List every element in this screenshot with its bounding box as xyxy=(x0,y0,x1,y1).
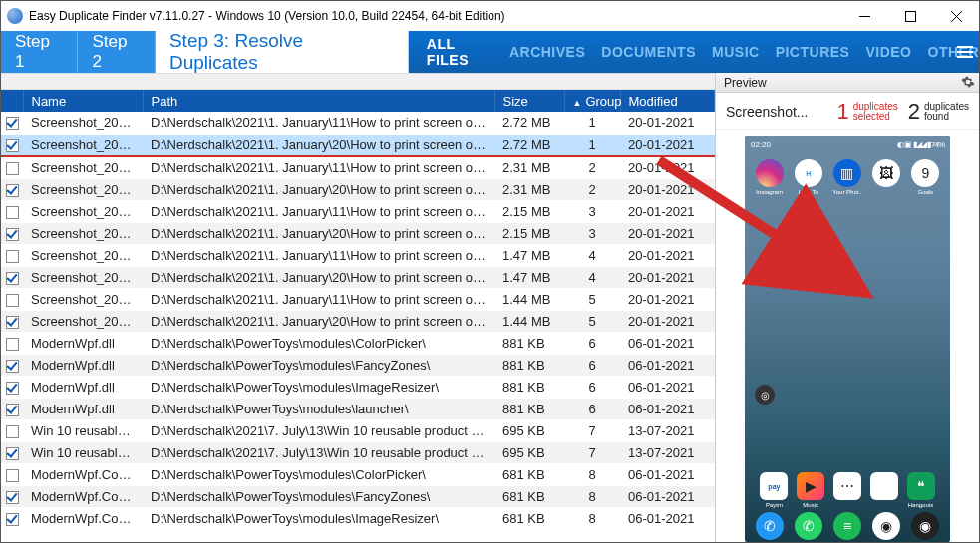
row-checkbox[interactable] xyxy=(1,332,23,354)
filter-archives[interactable]: Archives xyxy=(509,44,585,60)
phone-app-icon: ⋯ xyxy=(830,472,865,508)
cell-group: 5 xyxy=(564,288,620,310)
cell-group: 6 xyxy=(564,354,620,376)
stat-found: 2 duplicatesfound xyxy=(908,99,969,125)
cell-path: D:\Nerdschalk\2021\1. January\11\How to … xyxy=(143,288,494,310)
menu-icon[interactable] xyxy=(955,31,975,73)
cell-name: Screenshot_202101... xyxy=(23,156,143,179)
col-name[interactable]: Name xyxy=(23,90,143,112)
phone-app-icon: ✆ xyxy=(751,512,788,540)
cell-name: Win 10 reusable pro... xyxy=(23,419,143,441)
cell-path: D:\Nerdschalk\PowerToys\modules\ColorPic… xyxy=(143,332,494,354)
row-checkbox[interactable] xyxy=(1,200,23,222)
table-row[interactable]: ModernWpf.dllD:\Nerdschalk\PowerToys\mod… xyxy=(1,354,715,376)
table-row[interactable]: ModernWpf.Controls...D:\Nerdschalk\Power… xyxy=(1,485,715,507)
cell-modified: 20-01-2021 xyxy=(620,222,715,244)
table-row[interactable]: Screenshot_202101...D:\Nerdschalk\2021\1… xyxy=(1,244,715,266)
table-row[interactable]: Win 10 reusable pro...D:\Nerdschalk\2021… xyxy=(1,419,715,441)
cell-size: 1.47 MB xyxy=(494,244,564,266)
table-row[interactable]: ModernWpf.Controls...D:\Nerdschalk\Power… xyxy=(1,463,715,485)
step-2-tab[interactable]: Step 2 xyxy=(78,31,155,73)
row-checkbox[interactable] xyxy=(1,310,23,332)
table-row[interactable]: Screenshot_202101...D:\Nerdschalk\2021\1… xyxy=(1,200,715,222)
cell-name: ModernWpf.dll xyxy=(23,376,143,398)
row-checkbox[interactable] xyxy=(1,288,23,310)
titlebar: Easy Duplicate Finder v7.11.0.27 - Windo… xyxy=(1,1,979,31)
phone-app-icon: Instagram xyxy=(751,159,788,195)
row-checkbox[interactable] xyxy=(1,244,23,266)
cell-modified: 13-07-2021 xyxy=(620,419,715,441)
step-1-tab[interactable]: Step 1 xyxy=(1,31,78,73)
row-checkbox[interactable] xyxy=(1,441,23,463)
cell-modified: 06-01-2021 xyxy=(620,507,715,529)
row-checkbox[interactable] xyxy=(1,419,23,441)
cell-path: D:\Nerdschalk\2021\1. January\11\How to … xyxy=(143,200,494,222)
filter-all[interactable]: All Files xyxy=(427,36,493,68)
cell-path: D:\Nerdschalk\PowerToys\modules\ImageRes… xyxy=(143,507,494,529)
table-row[interactable]: Screenshot_202101...D:\Nerdschalk\2021\1… xyxy=(1,310,715,332)
table-row[interactable]: Screenshot_202101...D:\Nerdschalk\2021\1… xyxy=(1,134,715,156)
cell-size: 681 KB xyxy=(494,463,564,485)
cell-group: 2 xyxy=(564,178,620,200)
filter-documents[interactable]: Documents xyxy=(601,44,696,60)
table-row[interactable]: ModernWpf.dllD:\Nerdschalk\PowerToys\mod… xyxy=(1,332,715,354)
cell-path: D:\Nerdschalk\2021\1. January\20\How to … xyxy=(143,266,494,288)
cell-size: 681 KB xyxy=(494,507,564,529)
table-row[interactable]: ModernWpf.dllD:\Nerdschalk\PowerToys\mod… xyxy=(1,398,715,419)
cell-size: 1.44 MB xyxy=(494,288,564,310)
cell-size: 2.15 MB xyxy=(494,222,564,244)
table-row[interactable]: Screenshot_202101...D:\Nerdschalk\2021\1… xyxy=(1,156,715,179)
cell-name: Screenshot_202101... xyxy=(23,134,143,156)
table-row[interactable]: Screenshot_202101...D:\Nerdschalk\2021\1… xyxy=(1,266,715,288)
maximize-button[interactable] xyxy=(887,1,933,31)
table-row[interactable]: ModernWpf.dllD:\Nerdschalk\PowerToys\mod… xyxy=(1,376,715,398)
filter-music[interactable]: Music xyxy=(712,44,760,60)
row-checkbox[interactable] xyxy=(1,463,23,485)
cell-modified: 06-01-2021 xyxy=(620,398,715,419)
stat-found-num: 2 xyxy=(908,99,920,125)
phone-app-icon: ▶Music xyxy=(794,472,828,508)
preview-filename: Screenshot... xyxy=(726,104,826,120)
phone-status-bar: 02:20 ◐ ▣ ▮◢◢ ▮ 74% xyxy=(745,136,950,153)
cell-name: ModernWpf.Controls... xyxy=(23,507,143,529)
col-modified[interactable]: Modified xyxy=(620,90,715,112)
cell-size: 681 KB xyxy=(494,485,564,507)
row-checkbox[interactable] xyxy=(1,222,23,244)
col-group[interactable]: Group xyxy=(564,90,620,112)
cell-modified: 20-01-2021 xyxy=(620,266,715,288)
gear-icon[interactable] xyxy=(961,75,975,92)
step-3-tab[interactable]: Step 3: Resolve Duplicates xyxy=(156,31,409,73)
cell-path: D:\Nerdschalk\2021\7. July\13\Win 10 reu… xyxy=(143,419,494,441)
row-checkbox[interactable] xyxy=(1,354,23,376)
row-checkbox[interactable] xyxy=(1,156,23,179)
row-checkbox[interactable] xyxy=(1,134,23,156)
col-checkbox[interactable] xyxy=(1,90,23,112)
row-checkbox[interactable] xyxy=(1,266,23,288)
filter-video[interactable]: Video xyxy=(865,44,911,60)
row-checkbox[interactable] xyxy=(1,485,23,507)
row-checkbox[interactable] xyxy=(1,376,23,398)
filter-pictures[interactable]: Pictures xyxy=(776,44,850,60)
table-row[interactable]: ModernWpf.Controls...D:\Nerdschalk\Power… xyxy=(1,507,715,529)
cell-size: 695 KB xyxy=(494,419,564,441)
cell-size: 881 KB xyxy=(494,332,564,354)
table-row[interactable]: Screenshot_202101...D:\Nerdschalk\2021\1… xyxy=(1,288,715,310)
row-checkbox[interactable] xyxy=(1,178,23,200)
cell-modified: 06-01-2021 xyxy=(620,332,715,354)
table-row[interactable]: Screenshot_202101...D:\Nerdschalk\2021\1… xyxy=(1,112,715,134)
minimize-button[interactable] xyxy=(841,1,887,31)
row-checkbox[interactable] xyxy=(1,112,23,134)
row-checkbox[interactable] xyxy=(1,398,23,419)
close-button[interactable] xyxy=(933,1,979,31)
col-path[interactable]: Path xyxy=(143,90,494,112)
cell-group: 7 xyxy=(564,419,620,441)
col-size[interactable]: Size xyxy=(494,90,564,112)
phone-dock-area: payPaytm▶Music⋯ ❝Hangouts ✆✆≡◉◉ xyxy=(745,462,950,542)
cell-path: D:\Nerdschalk\2021\1. January\20\How to … xyxy=(143,222,494,244)
cell-path: D:\Nerdschalk\2021\1. January\11\How to … xyxy=(143,244,494,266)
phone-app-icon: 🖼 xyxy=(868,159,905,195)
table-row[interactable]: Screenshot_202101...D:\Nerdschalk\2021\1… xyxy=(1,178,715,200)
table-row[interactable]: Win 10 reusable pro...D:\Nerdschalk\2021… xyxy=(1,441,715,463)
row-checkbox[interactable] xyxy=(1,507,23,529)
table-row[interactable]: Screenshot_202101...D:\Nerdschalk\2021\1… xyxy=(1,222,715,244)
